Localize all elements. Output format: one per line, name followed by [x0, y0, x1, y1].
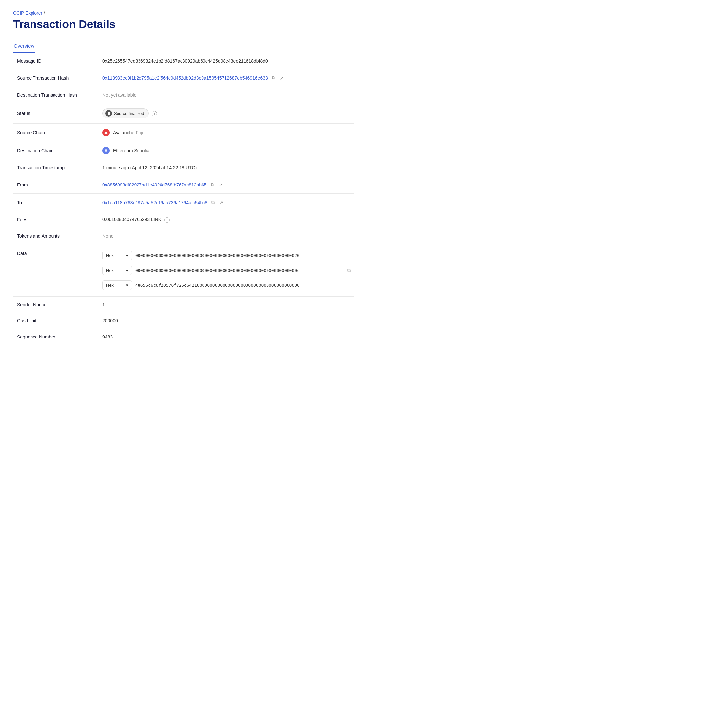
hex-value-2: 0000000000000000000000000000000000000000… [135, 268, 300, 273]
data-row-3: Hex ▾ 48656c6c6f20576f726c64210000000000… [102, 280, 350, 290]
value-status: ⏸ Source finalized i [98, 103, 355, 124]
avalanche-chain-icon [102, 129, 110, 136]
from-address-link[interactable]: 0x8856993df82927ad1e4926d768fb767ac812ab… [102, 182, 207, 187]
value-dest-tx-hash: Not yet available [98, 87, 355, 103]
row-dest-tx-hash: Destination Transaction Hash Not yet ava… [13, 87, 355, 103]
page-title: Transaction Details [13, 18, 355, 31]
data-row-1: Hex ▾ 0000000000000000000000000000000000… [102, 251, 350, 260]
copy-to-button[interactable]: ⧉ [211, 199, 215, 206]
value-sender-nonce: 1 [98, 297, 355, 312]
hex-select-2[interactable]: Hex ▾ [102, 266, 132, 275]
status-badge-label: Source finalized [114, 111, 144, 116]
svg-marker-0 [104, 131, 108, 134]
value-timestamp: 1 minute ago (April 12, 2024 at 14:22:18… [98, 160, 355, 176]
copy-source-tx-hash-button[interactable]: ⧉ [271, 75, 276, 81]
label-message-id: Message ID [13, 53, 98, 69]
label-status: Status [13, 103, 98, 124]
value-data: Hex ▾ 0000000000000000000000000000000000… [98, 244, 355, 297]
row-fees: Fees 0.06103804074765293 LINK i [13, 211, 355, 228]
row-dest-chain: Destination Chain Ethereum Sepolia [13, 142, 355, 160]
row-message-id: Message ID 0x25e265547ed3369324e1b2fd816… [13, 53, 355, 69]
row-source-tx-hash: Source Transaction Hash 0x113933ec9f1b2e… [13, 69, 355, 87]
details-table: Message ID 0x25e265547ed3369324e1b2fd816… [13, 53, 355, 345]
label-tokens-amounts: Tokens and Amounts [13, 228, 98, 244]
label-gas-limit: Gas Limit [13, 312, 98, 329]
label-source-tx-hash: Source Transaction Hash [13, 69, 98, 87]
label-data: Data [13, 244, 98, 297]
open-to-button[interactable]: ↗ [219, 199, 224, 206]
hex-select-3-label: Hex [106, 283, 113, 288]
value-source-tx-hash: 0x113933ec9f1b2e795a1e2f564c9d452db92d3e… [98, 69, 355, 87]
row-timestamp: Transaction Timestamp 1 minute ago (Apri… [13, 160, 355, 176]
label-sender-nonce: Sender Nonce [13, 297, 98, 312]
source-chain-label: Avalanche Fuji [113, 130, 143, 135]
data-row-2: Hex ▾ 0000000000000000000000000000000000… [102, 266, 350, 275]
value-dest-chain: Ethereum Sepolia [98, 142, 355, 160]
label-dest-chain: Destination Chain [13, 142, 98, 160]
open-source-tx-hash-button[interactable]: ↗ [279, 75, 284, 81]
hex-value-3: 48656c6c6f20576f726c64210000000000000000… [135, 283, 300, 288]
value-gas-limit: 200000 [98, 312, 355, 329]
row-to: To 0x1ea118a763d197a5a52c16aa736a1764afc… [13, 194, 355, 211]
label-from: From [13, 176, 98, 194]
row-status: Status ⏸ Source finalized i [13, 103, 355, 124]
ethereum-chain-icon [102, 147, 110, 154]
breadcrumb-parent-link[interactable]: CCIP Explorer [13, 11, 42, 16]
row-data: Data Hex ▾ 00000000000000000000000000000… [13, 244, 355, 297]
tabs-container: Overview [13, 40, 355, 53]
chevron-down-icon-3: ▾ [126, 283, 128, 288]
row-tokens-amounts: Tokens and Amounts None [13, 228, 355, 244]
hex-select-2-label: Hex [106, 268, 113, 273]
row-sender-nonce: Sender Nonce 1 [13, 297, 355, 312]
chevron-down-icon-1: ▾ [126, 253, 128, 258]
label-source-chain: Source Chain [13, 124, 98, 142]
tab-overview[interactable]: Overview [13, 40, 35, 53]
value-message-id: 0x25e265547ed3369324e1b2fd8167ac30929ab6… [98, 53, 355, 69]
value-sequence-number: 9483 [98, 329, 355, 345]
label-sequence-number: Sequence Number [13, 329, 98, 345]
copy-from-button[interactable]: ⧉ [210, 181, 215, 188]
value-source-chain: Avalanche Fuji [98, 124, 355, 142]
value-from: 0x8856993df82927ad1e4926d768fb767ac812ab… [98, 176, 355, 194]
breadcrumb-separator: / [44, 11, 45, 16]
status-badge: ⏸ Source finalized [102, 109, 149, 118]
row-gas-limit: Gas Limit 200000 [13, 312, 355, 329]
label-timestamp: Transaction Timestamp [13, 160, 98, 176]
hex-select-1[interactable]: Hex ▾ [102, 251, 132, 260]
label-fees: Fees [13, 211, 98, 228]
chevron-down-icon-2: ▾ [126, 268, 128, 273]
copy-data-button[interactable]: ⧉ [347, 268, 350, 273]
value-fees: 0.06103804074765293 LINK i [98, 211, 355, 228]
svg-marker-1 [105, 149, 107, 151]
open-from-button[interactable]: ↗ [218, 182, 223, 188]
row-sequence-number: Sequence Number 9483 [13, 329, 355, 345]
row-source-chain: Source Chain Avalanche Fuji [13, 124, 355, 142]
label-dest-tx-hash: Destination Transaction Hash [13, 87, 98, 103]
value-tokens-amounts: None [98, 228, 355, 244]
breadcrumb: CCIP Explorer / [13, 11, 355, 16]
label-to: To [13, 194, 98, 211]
fees-info-icon[interactable]: i [164, 217, 170, 223]
status-badge-icon: ⏸ [106, 110, 112, 116]
hex-value-1: 0000000000000000000000000000000000000000… [135, 253, 300, 258]
hex-select-1-label: Hex [106, 253, 113, 258]
source-tx-hash-link[interactable]: 0x113933ec9f1b2e795a1e2f564c9d452db92d3e… [102, 75, 268, 81]
dest-chain-label: Ethereum Sepolia [113, 148, 149, 153]
row-from: From 0x8856993df82927ad1e4926d768fb767ac… [13, 176, 355, 194]
value-to: 0x1ea118a763d197a5a52c16aa736a1764afc54b… [98, 194, 355, 211]
to-address-link[interactable]: 0x1ea118a763d197a5a52c16aa736a1764afc54b… [102, 200, 208, 205]
status-info-icon[interactable]: i [151, 111, 157, 116]
hex-select-3[interactable]: Hex ▾ [102, 280, 132, 290]
fees-amount: 0.06103804074765293 LINK [102, 217, 161, 222]
